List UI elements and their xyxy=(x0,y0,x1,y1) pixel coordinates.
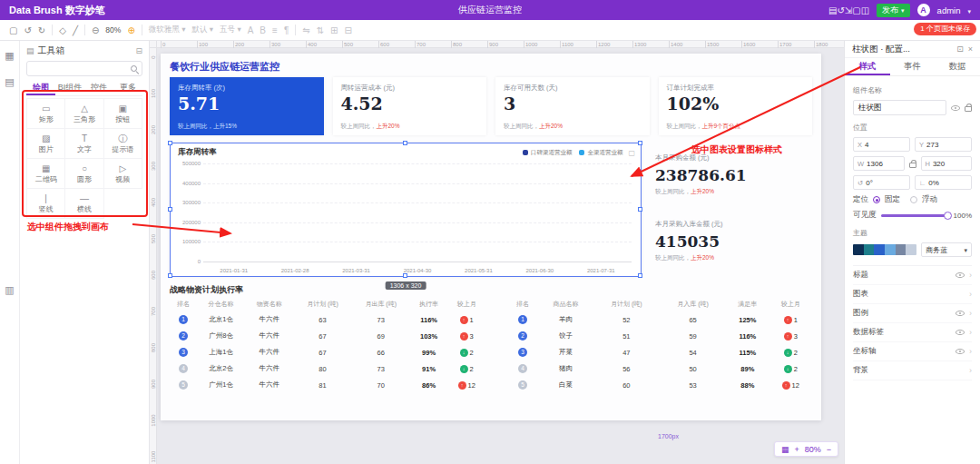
avatar[interactable]: A xyxy=(917,4,930,16)
config-section-数据标签[interactable]: 数据标签› xyxy=(853,323,972,342)
toolbox-search-input[interactable] xyxy=(26,61,142,76)
config-section-图例[interactable]: 图例› xyxy=(853,304,972,323)
zoom-level[interactable]: 80% xyxy=(105,25,121,35)
y-field[interactable]: Y273 xyxy=(915,137,972,152)
user-menu-caret-icon[interactable] xyxy=(967,5,971,15)
config-section-标题[interactable]: 标题› xyxy=(853,266,972,285)
table-row[interactable]: 2饺子5159116%↑3 xyxy=(507,328,812,344)
close-icon[interactable]: × xyxy=(968,44,973,54)
toolbox-tab-更多[interactable]: 更多 xyxy=(113,80,142,95)
preview-icon[interactable]: ▢ xyxy=(852,5,860,15)
history-icon[interactable]: ↺ xyxy=(837,5,844,15)
publish-button[interactable]: 发布 xyxy=(877,4,910,17)
toolbox-item-triangle[interactable]: △三角形 xyxy=(65,99,103,129)
lock-icon[interactable] xyxy=(965,106,972,112)
font-style-select[interactable]: 默认 ▾ xyxy=(191,25,213,35)
table-row[interactable]: 4猪肉565089%↓2 xyxy=(507,360,812,377)
radio-固定[interactable] xyxy=(873,196,880,203)
selection-handle[interactable] xyxy=(638,273,642,278)
toolbox-item-button[interactable]: ▣按钮 xyxy=(104,99,142,129)
theme-select[interactable]: 商务蓝 xyxy=(921,242,972,257)
component-name-input[interactable]: 柱状图 xyxy=(853,100,946,115)
eye-icon[interactable] xyxy=(956,272,965,278)
config-tab-事件[interactable]: 事件 xyxy=(890,58,936,75)
flip-v-icon[interactable]: ⇅ xyxy=(317,25,324,35)
radio-label-固定[interactable]: 固定 xyxy=(885,194,900,205)
legend-item[interactable]: 口碑渠道营业额 xyxy=(523,149,573,157)
bar-chart-widget[interactable]: 库存周转率 口碑渠道营业额全渠道营业额 ▢ 010000020000030000… xyxy=(170,143,642,277)
theme-color-2[interactable] xyxy=(874,244,885,255)
undo-icon[interactable]: ↺ xyxy=(24,25,31,35)
eye-icon[interactable] xyxy=(956,330,965,335)
kpi-card-1[interactable]: 周转运营成本 (元)4.52较上周同比，上升20% xyxy=(333,77,487,135)
h-field[interactable]: H320 xyxy=(921,156,973,171)
monitor-icon[interactable]: ◫ xyxy=(861,5,869,15)
eye-icon[interactable] xyxy=(956,349,965,354)
group-icon[interactable]: ⊞ xyxy=(330,25,338,35)
grid-toggle-icon[interactable]: ▦ xyxy=(781,445,789,454)
theme-color-5[interactable] xyxy=(906,244,916,255)
toolbox-tab-绘图[interactable]: 绘图 xyxy=(26,80,55,95)
shape-line-icon[interactable]: ╱ xyxy=(73,25,78,35)
pin-icon[interactable]: ⊡ xyxy=(956,44,964,54)
zoom-out-icon[interactable]: ⊖ xyxy=(92,25,99,35)
selection-handle[interactable] xyxy=(403,273,407,278)
aspect-lock-icon[interactable] xyxy=(909,163,916,168)
zoom-in-button[interactable]: + xyxy=(794,445,799,454)
canvas[interactable]: 0100200300400500600700800900100011001200… xyxy=(150,41,844,464)
table-row[interactable]: 4北京2仓牛六件807391%↓2 xyxy=(170,360,485,377)
font-family-select[interactable]: 微软雅黑 ▾ xyxy=(149,25,186,35)
config-tab-样式[interactable]: 样式 xyxy=(845,58,890,75)
toolbox-item-image[interactable]: ▨图片 xyxy=(27,129,65,159)
selection-handle[interactable] xyxy=(168,273,172,278)
radius-field[interactable]: ∟0% xyxy=(915,175,972,190)
eye-icon[interactable] xyxy=(956,311,965,316)
fullscreen-icon[interactable]: ⇲ xyxy=(845,5,852,15)
opacity-slider[interactable] xyxy=(881,214,949,217)
flip-h-icon[interactable]: ⇋ xyxy=(302,25,309,35)
selection-handle[interactable] xyxy=(638,141,642,145)
chart-expand-icon[interactable]: ▢ xyxy=(628,149,635,157)
toolbox-item-tooltip[interactable]: ⓘ提示语 xyxy=(104,129,142,159)
rotate-field[interactable]: ↺0° xyxy=(853,175,910,190)
user-name[interactable]: admin xyxy=(937,5,961,15)
charts-icon[interactable]: ▥ xyxy=(5,284,14,296)
toolbox-collapse-icon[interactable]: ⊟ xyxy=(135,46,142,55)
toolbox-item-video[interactable]: ▷视频 xyxy=(104,159,142,189)
toolbox-tab-控件[interactable]: 控件 xyxy=(84,80,113,95)
toolbox-tab-BI组件[interactable]: BI组件 xyxy=(55,80,84,95)
table-row[interactable]: 3上海1仓牛六件676699%↓2 xyxy=(170,344,485,360)
kpi-card-0[interactable]: 库存周转率 (次)5.71较上周同比，上升15% xyxy=(170,77,324,135)
toolbox-item-rect[interactable]: ▭矩形 xyxy=(27,99,65,129)
legend-item[interactable]: 全渠道营业额 xyxy=(579,149,622,157)
table-row[interactable]: 5白菜605388%↑12 xyxy=(507,377,812,393)
table-row[interactable]: 2广州8仓牛六件6769103%↑3 xyxy=(170,328,485,344)
toolbox-item-circle[interactable]: ○圆形 xyxy=(65,159,103,189)
config-section-图表[interactable]: 图表› xyxy=(853,285,972,304)
kpi-card-3[interactable]: 订单计划完成率102%较上周同比，上升9个百分点 xyxy=(659,77,813,135)
bold-icon[interactable]: B xyxy=(260,25,266,35)
dashboard-page[interactable]: 餐饮行业供应链运营监控 库存周转率 (次)5.71较上周同比，上升15%周转运营… xyxy=(161,54,821,420)
dashboard-icon[interactable]: ▤ xyxy=(828,5,837,15)
config-section-背景[interactable]: 背景› xyxy=(853,361,972,380)
table-row[interactable]: 3芹菜4754115%↓2 xyxy=(507,344,812,360)
font-size-select[interactable]: 五号 ▾ xyxy=(220,25,241,35)
eye-icon[interactable] xyxy=(951,105,960,111)
kpi-card-2[interactable]: 库存可用天数 (天)3较上周同比，上升20% xyxy=(495,77,650,135)
table-row[interactable]: 5广州1仓牛六件817086%↑12 xyxy=(170,377,485,393)
pointer-icon[interactable]: ▢ xyxy=(9,25,17,35)
radio-label-浮动[interactable]: 浮动 xyxy=(922,194,937,205)
config-section-坐标轴[interactable]: 坐标轴› xyxy=(853,342,972,361)
table-row[interactable]: 1羊肉5265125%↑1 xyxy=(507,311,812,328)
font-color-icon[interactable]: A xyxy=(248,25,254,35)
theme-color-4[interactable] xyxy=(896,244,906,255)
paragraph-icon[interactable]: ¶ xyxy=(284,25,289,35)
pages-icon[interactable]: ▦ xyxy=(5,50,14,62)
layer-order-icon[interactable]: ⊟ xyxy=(344,25,351,35)
radio-浮动[interactable] xyxy=(910,196,917,203)
selection-handle[interactable] xyxy=(168,141,172,145)
theme-color-3[interactable] xyxy=(885,244,896,255)
selection-handle[interactable] xyxy=(638,207,642,212)
config-tab-数据[interactable]: 数据 xyxy=(935,58,980,75)
zoom-out-button[interactable]: − xyxy=(827,445,831,454)
